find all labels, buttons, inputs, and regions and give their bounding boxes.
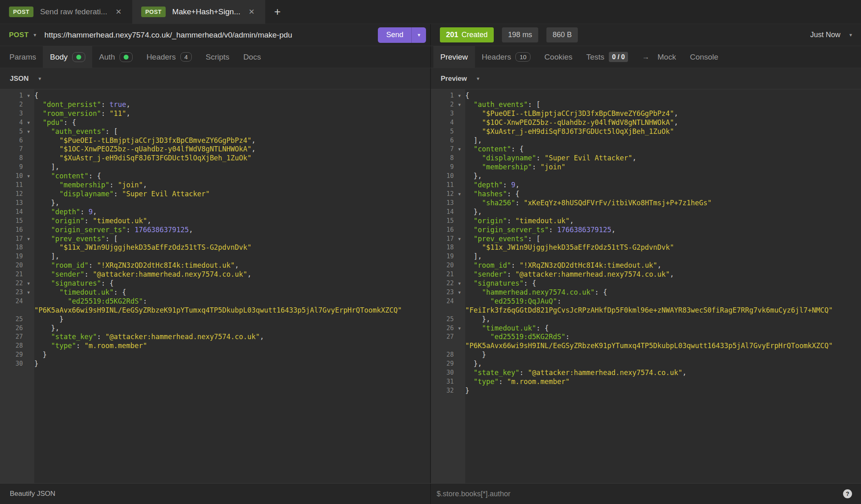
code-text[interactable]: "timedout.uk": {	[465, 324, 861, 333]
code-line[interactable]: 10 },	[431, 172, 861, 181]
code-text[interactable]: "room_version": "11",	[34, 109, 430, 118]
code-line[interactable]: 30}	[0, 360, 430, 369]
fold-caret-icon[interactable]: ▼	[454, 190, 465, 199]
send-button[interactable]: Send ▾	[378, 27, 426, 43]
fold-caret-icon[interactable]: ▼	[23, 279, 34, 288]
code-text[interactable]: "origin": "timedout.uk",	[34, 217, 430, 226]
code-line[interactable]: 24 "ed25519:d5KG2RdS": "P6K5aAvx66wi9sH9…	[0, 297, 430, 315]
code-text[interactable]: "content": {	[465, 145, 861, 154]
response-filter-input[interactable]	[437, 490, 843, 498]
tab-headers[interactable]: Headers4	[140, 46, 199, 68]
code-line[interactable]: 20 "room_id": "!XRqZN3zQD2dtHc8I4k:timed…	[431, 261, 861, 270]
code-line[interactable]: 11 "membership": "join",	[0, 181, 430, 190]
code-text[interactable]: }	[34, 315, 430, 324]
code-line[interactable]: 20 "room_id": "!XRqZN3zQD2dtHc8I4k:timed…	[0, 261, 430, 270]
code-text[interactable]: "timedout.uk": {	[34, 288, 430, 297]
code-line[interactable]: 2 "dont_persist": true,	[0, 100, 430, 109]
code-line[interactable]: 25 },	[431, 315, 861, 324]
code-text[interactable]: "type": "m.room.member"	[465, 377, 861, 386]
code-text[interactable]: },	[465, 208, 861, 217]
code-text[interactable]: "origin_server_ts": 1766386379125,	[465, 226, 861, 235]
request-json-editor[interactable]: 1▼{2 "dont_persist": true,3 "room_versio…	[0, 89, 430, 483]
code-line[interactable]: 8 "$XuAstr_j-eH9diSqF8J6T3FGDUct5lOqXjBe…	[0, 154, 430, 163]
chevron-down-icon[interactable]: ▾	[33, 32, 36, 38]
code-text[interactable]: "dont_persist": true,	[34, 100, 430, 109]
code-text[interactable]: "depth": 9,	[34, 208, 430, 217]
code-text[interactable]: "depth": 9,	[465, 181, 861, 190]
tab-preview[interactable]: Preview	[433, 46, 475, 68]
code-text[interactable]: },	[34, 324, 430, 333]
code-line[interactable]: 19 ],	[0, 252, 430, 261]
code-line[interactable]: 1▼{	[431, 91, 861, 100]
code-text[interactable]: "origin_server_ts": 1766386379125,	[34, 226, 430, 235]
code-text[interactable]: "$XuAstr_j-eH9diSqF8J6T3FGDUct5lOqXjBeh_…	[465, 127, 861, 136]
tab-cookies[interactable]: Cookies	[537, 46, 579, 68]
code-line[interactable]: 23▼ "hammerhead.nexy7574.co.uk": {	[431, 288, 861, 297]
code-text[interactable]: "$PueOEI--tLBmjptjaCCrj3D3fxBpCBmveZY6Gg…	[34, 136, 430, 145]
code-text[interactable]: "membership": "join"	[465, 163, 861, 172]
code-text[interactable]: "prev_events": [	[465, 235, 861, 244]
code-line[interactable]: 7 "$1OC-XnwPEOZ5bz--qUahdbz-y04lfWdV8gNT…	[0, 145, 430, 154]
code-line[interactable]: 12 "displayname": "Super Evil Attacker"	[0, 190, 430, 199]
code-line[interactable]: 4 "$1OC-XnwPEOZ5bz--qUahdbz-y04lfWdV8gNT…	[431, 118, 861, 127]
code-text[interactable]: "displayname": "Super Evil Attacker"	[34, 190, 430, 199]
fold-caret-icon[interactable]: ▼	[454, 145, 465, 154]
code-text[interactable]: "room_id": "!XRqZN3zQD2dtHc8I4k:timedout…	[34, 261, 430, 270]
code-line[interactable]: 13 "sha256": "xKeEqYz+8hUSQdFVrFv/itbiVK…	[431, 199, 861, 208]
request-tab-2-active[interactable]: POST Make+Hash+Sign... ✕	[132, 0, 265, 24]
code-text[interactable]: }	[465, 351, 861, 360]
chevron-down-icon[interactable]: ▾	[477, 75, 479, 82]
method-selector[interactable]: POST	[9, 31, 29, 39]
code-line[interactable]: 4▼ "pdu": {	[0, 118, 430, 127]
code-line[interactable]: 9 ],	[0, 163, 430, 172]
code-text[interactable]: "signatures": {	[465, 279, 861, 288]
code-text[interactable]: "$11x_JW1n9UjggjhekD35aEfFzOdz51tTS-G2pd…	[465, 243, 861, 252]
tab-params[interactable]: Params	[2, 46, 43, 68]
code-line[interactable]: 13 },	[0, 199, 430, 208]
fold-caret-icon[interactable]: ▼	[23, 127, 34, 136]
code-line[interactable]: 8 "displayname": "Super Evil Attacker",	[431, 154, 861, 163]
request-tab-1[interactable]: POST Send raw federati... ✕	[0, 0, 132, 24]
code-line[interactable]: 23▼ "timedout.uk": {	[0, 288, 430, 297]
code-line[interactable]: 29 }	[0, 351, 430, 360]
code-text[interactable]: "$PueOEI--tLBmjptjaCCrj3D3fxBpCBmveZY6Gg…	[465, 109, 861, 118]
code-text[interactable]: ],	[34, 252, 430, 261]
code-line[interactable]: 9 "membership": "join"	[431, 163, 861, 172]
tab-mock[interactable]: →Mock	[635, 46, 683, 68]
code-line[interactable]: 5▼ "auth_events": [	[0, 127, 430, 136]
code-line[interactable]: 22▼ "signatures": {	[431, 279, 861, 288]
fold-caret-icon[interactable]: ▼	[23, 118, 34, 127]
code-text[interactable]: "room_id": "!XRqZN3zQD2dtHc8I4k:timedout…	[465, 261, 861, 270]
code-text[interactable]: "membership": "join",	[34, 181, 430, 190]
code-line[interactable]: 18 "$11x_JW1n9UjggjhekD35aEfFzOdz51tTS-G…	[0, 243, 430, 252]
code-line[interactable]: 10▼ "content": {	[0, 172, 430, 181]
fold-caret-icon[interactable]: ▼	[23, 91, 34, 100]
tab-docs[interactable]: Docs	[236, 46, 268, 68]
code-line[interactable]: 16 "origin_server_ts": 1766386379125,	[431, 226, 861, 235]
code-text[interactable]: "auth_events": [	[34, 127, 430, 136]
code-line[interactable]: 24 "ed25519:QqJAuQ": "FeiIrk3fz6qGGtDd82…	[431, 297, 861, 315]
code-text[interactable]: {	[34, 91, 430, 100]
tab-auth[interactable]: Auth	[92, 46, 140, 68]
code-text[interactable]: ],	[465, 136, 861, 145]
fold-caret-icon[interactable]: ▼	[454, 235, 465, 244]
code-text[interactable]: "type": "m.room.member"	[34, 342, 430, 351]
code-text[interactable]: "sender": "@attacker:hammerhead.nexy7574…	[34, 270, 430, 279]
send-options-caret[interactable]: ▾	[411, 27, 426, 43]
beautify-json-button[interactable]: Beautify JSON	[10, 490, 55, 498]
code-line[interactable]: 17▼ "prev_events": [	[0, 235, 430, 244]
code-line[interactable]: 25 }	[0, 315, 430, 324]
code-text[interactable]: "origin": "timedout.uk",	[465, 217, 861, 226]
view-mode-selector[interactable]: Preview	[441, 75, 467, 83]
code-text[interactable]: "$XuAstr_j-eH9diSqF8J6T3FGDUct5lOqXjBeh_…	[34, 154, 430, 163]
code-line[interactable]: 14 "depth": 9,	[0, 208, 430, 217]
response-json-viewer[interactable]: 1▼{2▼ "auth_events": [3 "$PueOEI--tLBmjp…	[431, 89, 861, 483]
code-text[interactable]: "pdu": {	[34, 118, 430, 127]
code-text[interactable]: "ed25519:d5KG2RdS": "P6K5aAvx66wi9sH9INL…	[465, 333, 861, 351]
code-line[interactable]: 18 "$11x_JW1n9UjggjhekD35aEfFzOdz51tTS-G…	[431, 243, 861, 252]
code-text[interactable]: "ed25519:d5KG2RdS": "P6K5aAvx66wi9sH9INL…	[34, 297, 430, 315]
code-text[interactable]: "content": {	[34, 172, 430, 181]
tab-console[interactable]: Console	[683, 46, 726, 68]
tab-scripts[interactable]: Scripts	[199, 46, 236, 68]
code-text[interactable]: }	[34, 351, 430, 360]
